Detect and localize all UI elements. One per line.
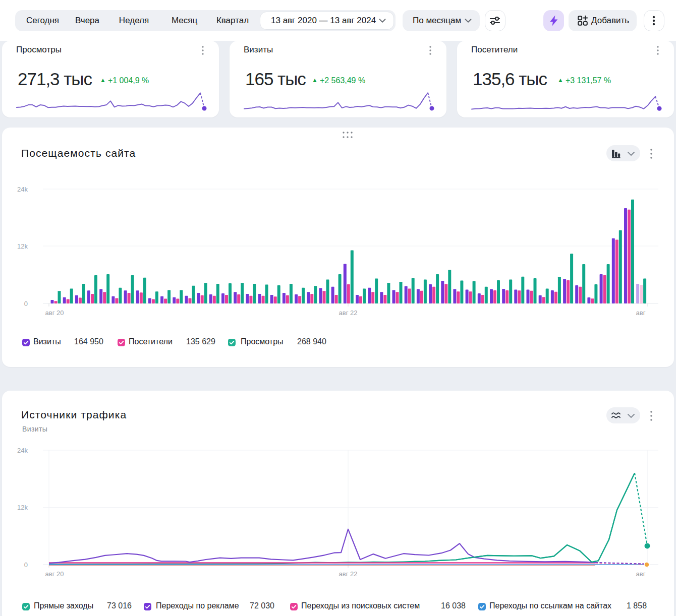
svg-text:авг: авг xyxy=(636,309,646,317)
svg-text:12k: 12k xyxy=(17,504,28,511)
svg-text:авг 22: авг 22 xyxy=(339,309,358,317)
svg-text:24k: 24k xyxy=(17,447,28,454)
svg-text:12k: 12k xyxy=(17,242,28,250)
svg-text:авг: авг xyxy=(636,570,646,578)
svg-text:авг 20: авг 20 xyxy=(45,570,64,578)
svg-text:0: 0 xyxy=(24,561,28,569)
svg-text:авг 20: авг 20 xyxy=(45,309,64,317)
svg-text:24k: 24k xyxy=(17,186,28,193)
svg-text:авг 22: авг 22 xyxy=(339,570,358,578)
svg-text:0: 0 xyxy=(24,300,28,307)
